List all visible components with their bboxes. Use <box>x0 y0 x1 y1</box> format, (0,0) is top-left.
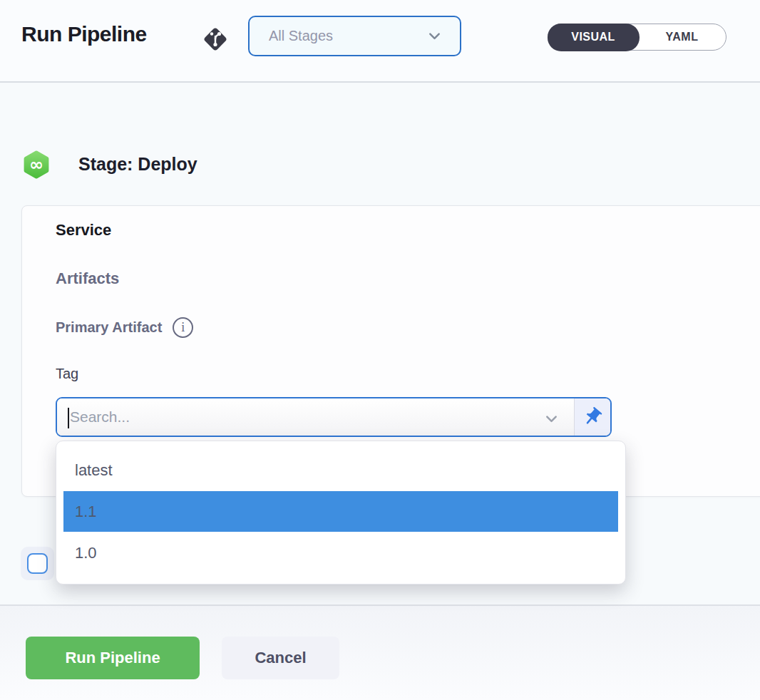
page-title: Run Pipeline <box>21 22 147 46</box>
skip-checkbox[interactable] <box>27 553 48 574</box>
tag-input-area <box>57 398 574 436</box>
visual-yaml-toggle: VISUAL YAML <box>548 24 726 51</box>
stage-heading: ∞ Stage: Deploy <box>21 149 197 180</box>
primary-artifact-label: Primary Artifact <box>56 319 162 336</box>
info-icon[interactable]: i <box>173 317 193 338</box>
chevron-down-icon[interactable] <box>542 409 561 428</box>
pin-icon <box>582 406 603 428</box>
dropdown-option-1-0[interactable]: 1.0 <box>56 532 625 573</box>
primary-artifact-row: Primary Artifact i <box>56 317 193 338</box>
dropdown-option-1-1[interactable]: 1.1 <box>63 491 618 532</box>
chevron-down-icon <box>425 26 444 46</box>
pin-button[interactable] <box>574 398 610 436</box>
tag-search-input[interactable] <box>57 398 574 436</box>
stage-label: Stage: Deploy <box>78 154 197 175</box>
run-pipeline-button[interactable]: Run Pipeline <box>26 637 200 679</box>
tag-options-dropdown: latest 1.1 1.0 <box>56 441 626 585</box>
toggle-visual[interactable]: VISUAL <box>548 24 640 51</box>
tag-combobox <box>56 397 612 437</box>
svg-text:∞: ∞ <box>29 155 43 175</box>
text-caret <box>68 408 69 428</box>
run-pipeline-dialog: Run Pipeline All Stages VISUAL YAML <box>0 0 760 700</box>
tag-label: Tag <box>56 366 78 382</box>
stage-scope-value: All Stages <box>269 28 333 44</box>
header: Run Pipeline All Stages VISUAL YAML <box>0 0 760 83</box>
dropdown-option-latest[interactable]: latest <box>56 450 625 490</box>
cancel-button[interactable]: Cancel <box>222 637 339 679</box>
pipeline-git-icon <box>200 24 230 54</box>
artifacts-title: Artifacts <box>56 269 119 288</box>
stage-deploy-icon: ∞ <box>21 149 51 180</box>
service-title: Service <box>56 221 111 240</box>
toggle-yaml[interactable]: YAML <box>638 24 726 50</box>
stage-scope-select[interactable]: All Stages <box>248 16 461 56</box>
